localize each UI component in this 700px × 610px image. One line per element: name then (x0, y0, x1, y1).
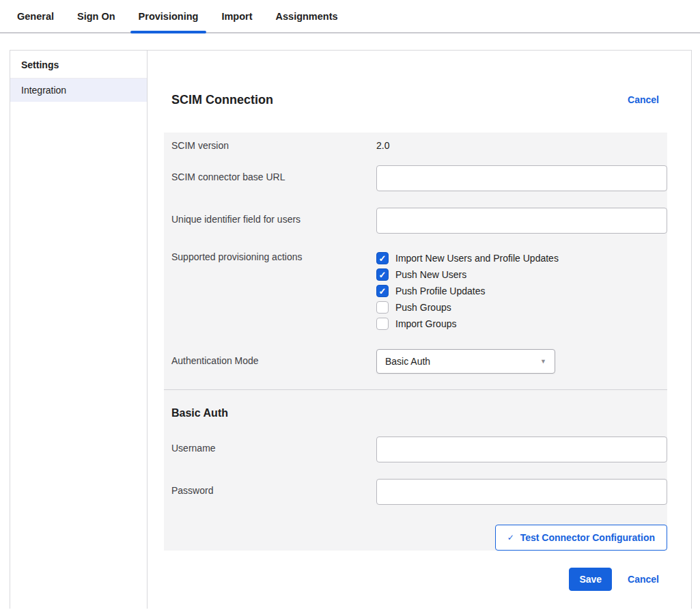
push-new-users-checkbox[interactable] (376, 268, 389, 281)
provisioning-card: Settings Integration SCIM Connection Can… (10, 50, 692, 609)
test-connector-row: ✓ Test Connector Configuration (164, 510, 667, 551)
base-url-row: SCIM connector base URL (164, 158, 667, 201)
scim-version-row: SCIM version 2.0 (164, 133, 667, 158)
tab-general[interactable]: General (9, 0, 62, 32)
app-tab-bar: General Sign On Provisioning Import Assi… (0, 0, 700, 33)
checkbox-label: Import Groups (395, 318, 456, 329)
form-footer: Save Cancel (164, 568, 667, 591)
basic-auth-section-header: Basic Auth (164, 390, 667, 426)
scim-form-fieldset: SCIM version 2.0 SCIM connector base URL… (164, 133, 667, 551)
footer-cancel-link[interactable]: Cancel (628, 574, 659, 585)
checkbox-option-push-profile-updates[interactable]: Push Profile Updates (376, 283, 667, 299)
tab-assignments[interactable]: Assignments (268, 0, 346, 32)
username-label: Username (171, 436, 376, 454)
chevron-down-icon: ▼ (540, 359, 546, 365)
checkbox-label: Push New Users (395, 269, 466, 280)
push-groups-checkbox[interactable] (376, 301, 389, 314)
test-connector-button-label: Test Connector Configuration (520, 532, 655, 543)
scim-connection-panel: SCIM Connection Cancel SCIM version 2.0 … (148, 51, 692, 609)
page-title: SCIM Connection (171, 92, 273, 108)
username-row: Username (164, 426, 667, 468)
basic-auth-section-title: Basic Auth (171, 406, 667, 420)
provisioning-actions-list: Import New Users and Profile Updates Pus… (376, 250, 667, 332)
sidebar-item-integration[interactable]: Integration (10, 79, 147, 102)
checkbox-label: Push Groups (395, 302, 451, 313)
header-cancel-link[interactable]: Cancel (628, 94, 659, 105)
checkbox-label: Import New Users and Profile Updates (395, 253, 559, 264)
base-url-input[interactable] (376, 165, 667, 191)
tab-sign-on[interactable]: Sign On (69, 0, 124, 32)
password-input[interactable] (376, 479, 667, 505)
save-button[interactable]: Save (569, 568, 612, 591)
checkbox-label: Push Profile Updates (395, 286, 486, 296)
provisioning-actions-label: Supported provisioning actions (171, 250, 376, 262)
base-url-label: SCIM connector base URL (171, 165, 376, 182)
checkmark-icon: ✓ (507, 533, 514, 542)
password-row: Password (164, 468, 667, 510)
checkbox-option-push-groups[interactable]: Push Groups (376, 299, 667, 316)
test-connector-configuration-button[interactable]: ✓ Test Connector Configuration (495, 525, 667, 551)
authentication-mode-label: Authentication Mode (171, 349, 376, 366)
authentication-mode-dropdown[interactable]: Basic Auth ▼ (376, 349, 555, 374)
scim-version-value: 2.0 (376, 140, 667, 151)
authentication-mode-selected-value: Basic Auth (385, 356, 430, 367)
import-new-users-checkbox[interactable] (376, 252, 389, 264)
checkbox-option-import-groups[interactable]: Import Groups (376, 316, 667, 332)
sidebar-header: Settings (10, 51, 147, 79)
password-label: Password (171, 479, 376, 496)
import-groups-checkbox[interactable] (376, 318, 389, 330)
authentication-mode-row: Authentication Mode Basic Auth ▼ (164, 340, 667, 389)
username-input[interactable] (376, 436, 667, 462)
push-profile-updates-checkbox[interactable] (376, 285, 389, 297)
checkbox-option-push-new-users[interactable]: Push New Users (376, 266, 667, 283)
tab-provisioning[interactable]: Provisioning (130, 0, 207, 32)
form-header: SCIM Connection Cancel (164, 92, 667, 108)
scim-version-label: SCIM version (171, 140, 376, 151)
unique-identifier-input[interactable] (376, 208, 667, 234)
tab-import[interactable]: Import (213, 0, 260, 32)
settings-sidebar: Settings Integration (10, 51, 148, 609)
unique-identifier-row: Unique identifier field for users (164, 201, 667, 243)
checkbox-option-import-new-users[interactable]: Import New Users and Profile Updates (376, 250, 667, 266)
unique-identifier-label: Unique identifier field for users (171, 208, 376, 225)
provisioning-actions-row: Supported provisioning actions Import Ne… (164, 243, 667, 340)
